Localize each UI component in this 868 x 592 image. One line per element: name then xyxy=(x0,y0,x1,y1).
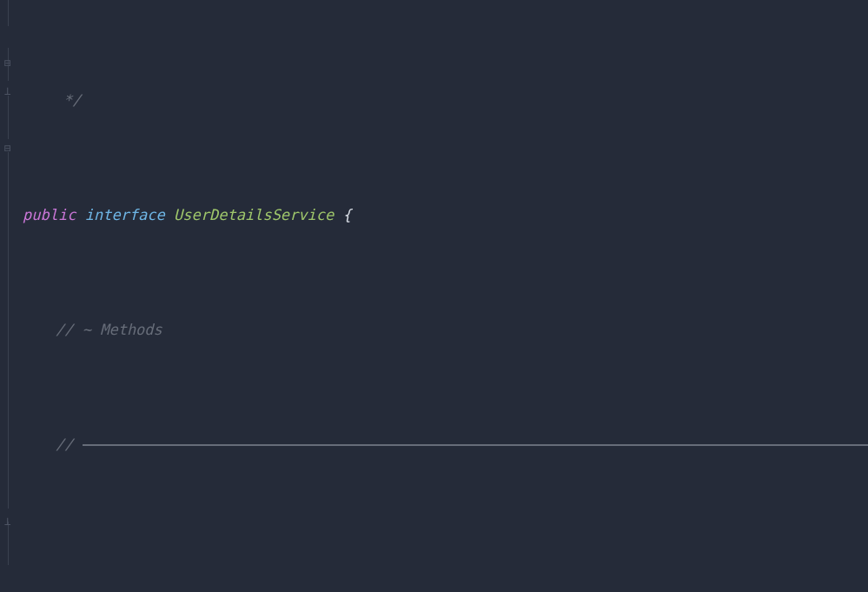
horizontal-rule xyxy=(83,444,868,446)
code-line[interactable]: // xyxy=(23,430,868,459)
comment-text: */ xyxy=(23,91,81,109)
code-line[interactable]: public interface UserDetailsService { xyxy=(23,201,868,229)
keyword-interface: interface xyxy=(85,206,165,223)
brace-open: { xyxy=(343,206,352,223)
code-line[interactable]: */ xyxy=(23,86,868,115)
class-name: UserDetailsService xyxy=(174,206,334,223)
code-editor[interactable]: ⊟ ⊥ ⊟ ⊥ */ public interface UserDetailsS… xyxy=(0,0,868,592)
comment-text: // xyxy=(23,436,868,453)
fold-end-icon: ⊥ xyxy=(2,76,14,105)
fold-end-icon: ⊥ xyxy=(2,507,14,535)
code-lines[interactable]: */ public interface UserDetailsService {… xyxy=(23,0,868,592)
comment-text: // ~ Methods xyxy=(23,321,162,338)
comment-prefix: // xyxy=(56,436,83,453)
fold-marker-icon[interactable]: ⊟ xyxy=(2,134,14,163)
fold-marker-icon[interactable]: ⊟ xyxy=(2,49,14,77)
code-line[interactable] xyxy=(23,545,868,574)
fold-gutter: ⊟ ⊥ ⊟ ⊥ xyxy=(0,0,12,592)
code-line[interactable]: // ~ Methods xyxy=(23,316,868,344)
keyword-public: public xyxy=(23,206,76,223)
